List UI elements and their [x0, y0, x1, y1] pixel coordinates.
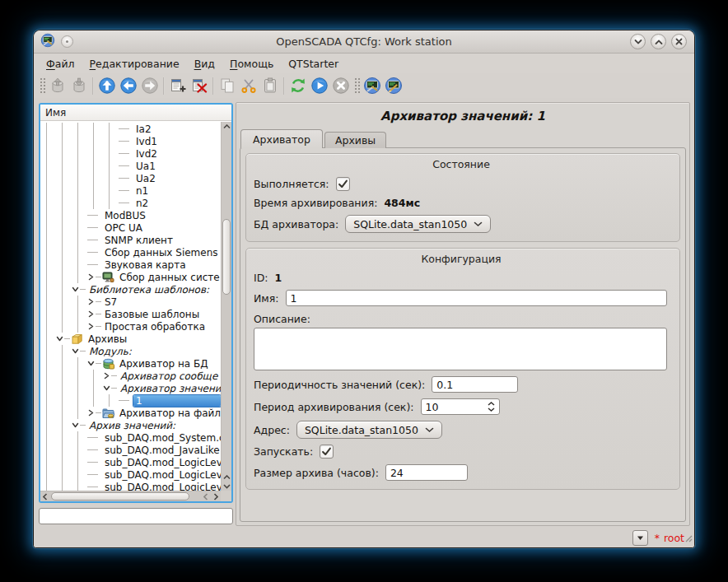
tree-item[interactable]: Простая обработка [40, 320, 221, 333]
tree-item[interactable]: SNMP клиент [40, 234, 221, 246]
spin-down-icon[interactable] [488, 407, 495, 412]
tab-archiver[interactable]: Архиватор [240, 129, 323, 148]
name-input[interactable] [286, 290, 667, 306]
tree-item[interactable]: Сбор данных Siemens [40, 246, 221, 258]
menu-item[interactable]: Вид [187, 56, 222, 72]
toolbar-handle[interactable] [353, 77, 360, 95]
delete-item-button[interactable] [189, 75, 210, 96]
vertical-scroll-slider[interactable] [222, 219, 231, 295]
tree-item[interactable]: Архиватор сообще [40, 370, 221, 382]
titlebar[interactable]: OpenSCADA QTCfg: Work station [34, 30, 694, 54]
expander-closed-icon[interactable] [87, 296, 102, 308]
qtstarter-button[interactable] [383, 75, 404, 96]
tree-filter-input[interactable] [39, 508, 233, 524]
expander-open-icon[interactable] [103, 382, 118, 394]
tree-item[interactable]: sub_DAQ.mod_LogicLev [40, 468, 221, 481]
tree-header[interactable]: Имя [40, 105, 231, 121]
copy-button[interactable] [217, 75, 238, 96]
menu-item[interactable]: QTStarter [281, 56, 346, 72]
archiving-period-label: Период архивирования (сек): [254, 401, 414, 413]
stop-button[interactable] [330, 75, 352, 96]
menu-item[interactable]: Файл [39, 56, 82, 72]
add-item-button[interactable] [167, 75, 189, 96]
load-from-db-button[interactable] [47, 75, 68, 96]
scroll-up-icon[interactable] [222, 122, 232, 131]
tree-vertical-scrollbar[interactable] [221, 122, 231, 491]
tree-item[interactable]: Сбор данных систе [40, 271, 221, 283]
running-checkbox[interactable] [336, 177, 350, 191]
tree-item[interactable]: sub_DAQ.mod_JavaLike [40, 444, 221, 456]
expander-open-icon[interactable] [72, 419, 86, 431]
scroll-left-icon[interactable] [40, 491, 50, 502]
save-to-db-button[interactable] [68, 75, 90, 96]
values-period-input[interactable] [432, 376, 518, 393]
expander-open-icon[interactable] [87, 357, 102, 370]
tree-item[interactable]: Модуль: [40, 345, 221, 357]
maximize-button[interactable] [651, 34, 666, 49]
expander-closed-icon[interactable] [87, 308, 102, 320]
tree-branch [119, 394, 133, 407]
resize-grip[interactable] [684, 530, 693, 546]
scroll-right-icon[interactable] [211, 491, 221, 502]
tree-item[interactable]: Ua1 [40, 160, 221, 172]
scroll-left-icon[interactable] [201, 491, 211, 502]
menu-item[interactable]: Помощь [222, 56, 281, 72]
expander-closed-icon[interactable] [87, 271, 102, 283]
tree-item[interactable]: Библиотека шаблонов: [40, 283, 221, 296]
tree-item[interactable]: Базовые шаблоны [40, 308, 221, 320]
combo-value: SQLite.data_stan1050 [305, 424, 418, 436]
tree-item-label: sub_DAQ.mod_LogicLev [102, 469, 221, 481]
archiving-period-spinbox[interactable]: 10 [421, 398, 500, 415]
expander-open-icon[interactable] [72, 345, 86, 357]
spin-up-icon[interactable] [488, 402, 495, 406]
archive-size-input[interactable] [385, 464, 468, 481]
refresh-button[interactable] [287, 75, 309, 96]
up-button[interactable] [96, 75, 118, 96]
tree-item[interactable]: Архивы [40, 333, 221, 345]
tree-item[interactable]: n2 [40, 197, 221, 209]
paste-button[interactable] [259, 75, 281, 96]
scroll-down-icon[interactable] [222, 482, 232, 491]
expander-open-icon[interactable] [56, 333, 71, 345]
expander-closed-icon[interactable] [87, 407, 102, 419]
tree-item[interactable]: n1 [40, 184, 221, 197]
tree-item[interactable]: sub_DAQ.mod_System.c [40, 431, 221, 444]
scroll-up-icon[interactable] [222, 473, 232, 482]
tree-item[interactable]: sub_DAQ.mod_LogicLev [40, 456, 221, 468]
horizontal-scroll-slider[interactable] [51, 492, 189, 501]
qtcfg-button[interactable] [362, 75, 383, 96]
tree-item[interactable]: Ivd1 [40, 135, 221, 147]
archiver-db-combobox[interactable]: SQLite.data_stan1050 [345, 215, 491, 233]
description-textarea[interactable] [254, 328, 667, 370]
expander-open-icon[interactable] [72, 283, 86, 296]
tree-item[interactable]: Архив значений: [40, 419, 221, 431]
expander-closed-icon[interactable] [87, 320, 102, 333]
tree-item[interactable]: Ua2 [40, 172, 221, 184]
expander-closed-icon[interactable] [103, 370, 118, 382]
tree-item[interactable]: Звуковая карта [40, 258, 221, 271]
titlebar-menu-button[interactable] [61, 35, 73, 48]
address-combobox[interactable]: SQLite.data_stan1050 [296, 421, 442, 439]
forward-button[interactable] [139, 75, 161, 96]
minimize-button[interactable] [630, 34, 646, 49]
tree-horizontal-scrollbar[interactable] [40, 491, 221, 501]
tree-item[interactable]: Архиватор на БД [40, 357, 221, 370]
close-button[interactable] [671, 34, 687, 49]
tree-item[interactable]: OPC UA [40, 221, 221, 234]
tree-item[interactable]: S7 [40, 296, 221, 308]
tree-item[interactable]: ModBUS [40, 209, 221, 221]
tree-item[interactable]: 1 [40, 394, 221, 407]
status-dropdown-button[interactable] [632, 530, 648, 546]
tree-item[interactable]: Архиватор на файл [40, 407, 221, 419]
start-button[interactable] [309, 75, 330, 96]
tree-item[interactable]: Ivd2 [40, 147, 221, 160]
toolbar-handle[interactable] [39, 77, 45, 95]
to-start-checkbox[interactable] [320, 445, 334, 459]
menu-item[interactable]: Редактирование [82, 56, 187, 72]
back-button[interactable] [118, 75, 139, 96]
tab-archives[interactable]: Архивы [324, 132, 386, 148]
tree-item[interactable]: sub_DAQ.mod_LogicLev [40, 481, 221, 491]
tree-item[interactable]: Ia2 [40, 123, 221, 135]
cut-button[interactable] [238, 75, 259, 96]
tree-item[interactable]: Архиватор значени [40, 382, 221, 394]
